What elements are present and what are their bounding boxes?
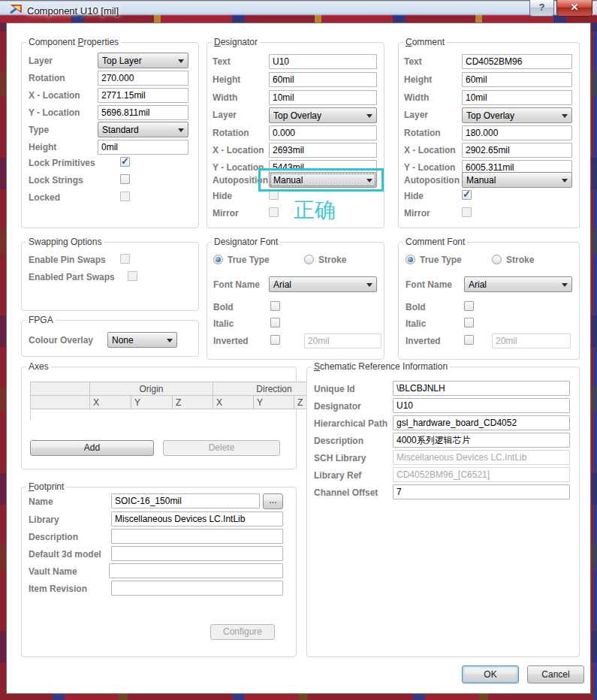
hide-label: Hide <box>213 191 232 201</box>
annotation-text: 正确 <box>294 196 336 225</box>
truetype-radio[interactable] <box>406 255 415 264</box>
ok-button[interactable]: OK <box>462 665 519 683</box>
close-icon: ✕ <box>571 2 579 13</box>
group-title: Schematic Reference Information <box>312 361 450 372</box>
enable-pin-swaps-label: Enable Pin Swaps <box>29 255 106 265</box>
chevron-down-icon <box>562 114 568 118</box>
layer-label: Layer <box>29 56 53 66</box>
axes-subheader-row: X Y Z X Y Z <box>31 396 336 409</box>
bold-checkbox[interactable] <box>464 301 474 311</box>
app-icon <box>10 5 22 17</box>
direction-x-header: X <box>213 396 254 409</box>
designator-rotation-input[interactable] <box>269 125 377 140</box>
desktop-background: { "colors": {"highlight":"#2AC6D3","anno… <box>0 0 597 700</box>
height-label: Height <box>404 74 432 85</box>
comment-mirror-checkbox[interactable] <box>462 207 472 217</box>
comment-rotation-input[interactable] <box>462 125 572 140</box>
designator-x-input[interactable] <box>269 143 377 158</box>
y-location-input[interactable] <box>98 105 188 120</box>
group-title: Comment Font <box>403 237 467 247</box>
comment-hide-checkbox[interactable] <box>462 190 472 200</box>
stroke-radio[interactable] <box>492 255 502 264</box>
chevron-down-icon <box>178 128 184 132</box>
window-title: Component U10 [mil] <box>27 5 119 17</box>
comment-layer-select[interactable]: Top Overlay <box>462 107 572 123</box>
item-revision-label: Item Revision <box>29 584 87 594</box>
hide-label: Hide <box>404 191 424 201</box>
rotation-input[interactable] <box>98 71 188 86</box>
title-bar[interactable]: Component U10 [mil] ? ✕ <box>0 0 597 23</box>
footprint-library-input[interactable] <box>111 511 283 527</box>
inverted-label: Inverted <box>213 336 249 346</box>
hierarchical-path-input[interactable] <box>393 415 570 430</box>
enabled-part-swaps-checkbox[interactable] <box>128 271 137 281</box>
hierarchical-path-label: Hierarchical Path <box>314 418 387 429</box>
x-location-input[interactable] <box>98 88 188 103</box>
comment-width-input[interactable] <box>462 90 572 105</box>
inverted-checkbox[interactable] <box>464 335 474 345</box>
group-title: Designator <box>212 37 260 47</box>
chevron-down-icon <box>366 114 372 118</box>
layer-label: Layer <box>213 110 237 120</box>
group-title: Axes <box>26 361 51 372</box>
stroke-radio[interactable] <box>304 255 314 264</box>
add-button[interactable]: Add <box>30 440 154 456</box>
cancel-button[interactable]: Cancel <box>527 665 584 683</box>
x-location-label: X - Location <box>29 90 80 101</box>
designator-layer-select[interactable]: Top Overlay <box>269 107 377 123</box>
bold-checkbox[interactable] <box>270 301 280 311</box>
unique-id-input[interactable] <box>393 381 570 396</box>
designator-mirror-checkbox[interactable] <box>269 207 279 217</box>
x-location-label: X - Location <box>404 145 456 155</box>
unique-id-label: Unique Id <box>314 384 355 394</box>
designator-text-input[interactable] <box>269 54 377 69</box>
axes-table: Origin Direction X Y Z X Y Z <box>30 382 336 409</box>
font-name-select[interactable]: Arial <box>464 276 572 292</box>
comment-x-input[interactable] <box>462 143 572 158</box>
default-3d-model-input[interactable] <box>111 546 283 561</box>
inverted-checkbox[interactable] <box>270 335 280 345</box>
designator-width-input[interactable] <box>269 90 377 105</box>
schematic-description-input[interactable] <box>393 433 570 448</box>
footprint-name-input[interactable] <box>111 493 260 508</box>
comment-height-input[interactable] <box>462 72 572 87</box>
lock-primitives-checkbox[interactable] <box>120 157 130 167</box>
colour-overlay-select[interactable]: None <box>107 332 177 348</box>
width-label: Width <box>404 92 429 103</box>
y-location-label: Y - Location <box>213 162 264 173</box>
sch-library-input <box>393 450 570 465</box>
item-revision-input[interactable] <box>111 581 283 596</box>
designator-height-input[interactable] <box>269 72 377 87</box>
enable-pin-swaps-checkbox[interactable] <box>120 254 130 264</box>
locked-checkbox[interactable] <box>120 192 130 201</box>
type-label: Type <box>29 125 49 135</box>
configure-button: Configure <box>210 624 275 640</box>
footprint-description-input[interactable] <box>111 529 283 544</box>
truetype-radio[interactable] <box>213 255 223 264</box>
lock-strings-checkbox[interactable] <box>120 174 130 184</box>
layer-select[interactable]: Top Layer <box>98 53 188 68</box>
close-button[interactable]: ✕ <box>556 0 592 17</box>
italic-checkbox[interactable] <box>270 318 280 327</box>
schematic-designator-input[interactable] <box>393 398 570 413</box>
type-select[interactable]: Standard <box>98 122 188 137</box>
stroke-label: Stroke <box>318 255 346 265</box>
library-label: Library <box>29 514 59 525</box>
mirror-label: Mirror <box>404 208 430 219</box>
vault-name-input[interactable] <box>109 563 283 578</box>
axes-empty-header <box>31 382 90 396</box>
help-icon: ? <box>539 2 545 13</box>
italic-checkbox[interactable] <box>464 318 474 327</box>
chevron-down-icon <box>178 59 184 63</box>
browse-button[interactable]: ... <box>263 493 283 509</box>
channel-offset-input[interactable] <box>393 484 570 499</box>
comment-text-input[interactable] <box>462 54 572 69</box>
height-input[interactable] <box>98 140 188 155</box>
group-title: Designator Font <box>212 237 280 247</box>
locked-label: Locked <box>29 192 60 203</box>
help-button[interactable]: ? <box>529 0 554 17</box>
origin-z-header: Z <box>173 396 213 409</box>
font-name-select[interactable]: Arial <box>269 276 377 292</box>
chevron-down-icon <box>167 339 173 342</box>
comment-autoposition-select[interactable]: Manual <box>462 172 572 188</box>
